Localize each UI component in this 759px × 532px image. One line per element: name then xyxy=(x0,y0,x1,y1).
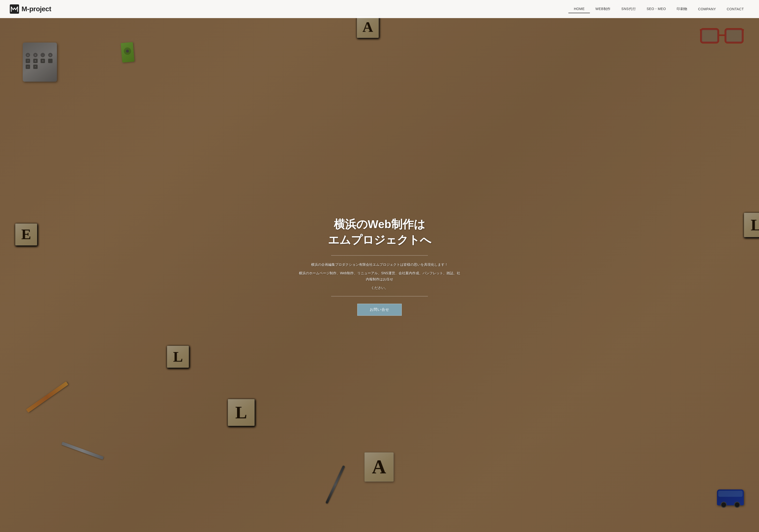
hero-title-line1: 横浜のWeb制作は xyxy=(334,218,425,230)
hero-title: 横浜のWeb制作は エムプロジェクトへ xyxy=(299,216,460,248)
nav-item-web[interactable]: WEB制作 xyxy=(590,5,616,13)
nav-link-web[interactable]: WEB制作 xyxy=(590,5,616,13)
hero-desc-line1: 横浜の企画編集プロダクション有限会社エムプロジェクトは皆様の思いを具現化します！ xyxy=(299,262,460,268)
logo-icon xyxy=(10,4,19,14)
nav-link-sns[interactable]: SNS代行 xyxy=(616,5,641,13)
nav-item-contact[interactable]: CONTACT xyxy=(721,5,749,13)
hero-desc-line2: 横浜のホームページ制作、Web制作、リニューアル、SNS運営、会社案内作成、パン… xyxy=(299,270,460,282)
nav-link-seo[interactable]: SEO・MEO xyxy=(641,5,671,13)
nav-link-print[interactable]: 印刷物 xyxy=(671,5,693,13)
navbar: M-project HOME WEB制作 SNS代行 SEO・MEO 印刷物 C… xyxy=(0,0,759,18)
nav-menu: HOME WEB制作 SNS代行 SEO・MEO 印刷物 COMPANY CON… xyxy=(568,5,749,13)
logo-link[interactable]: M-project xyxy=(10,4,51,14)
hero-divider-bottom xyxy=(331,296,428,296)
nav-item-sns[interactable]: SNS代行 xyxy=(616,5,641,13)
nav-item-seo[interactable]: SEO・MEO xyxy=(641,5,671,13)
nav-item-print[interactable]: 印刷物 xyxy=(671,5,693,13)
hero-title-line2: エムプロジェクトへ xyxy=(328,234,431,246)
hero-divider-top xyxy=(331,255,428,256)
nav-item-company[interactable]: COMPANY xyxy=(693,5,721,13)
hero-content: 横浜のWeb制作は エムプロジェクトへ 横浜の企画編集プロダクション有限会社エム… xyxy=(294,216,465,316)
nav-link-contact[interactable]: CONTACT xyxy=(721,5,749,13)
logo-text: M-project xyxy=(21,5,51,13)
hero-desc-line3: ください。 xyxy=(299,285,460,291)
nav-link-company[interactable]: COMPANY xyxy=(693,5,721,13)
nav-link-home[interactable]: HOME xyxy=(568,5,590,13)
nav-item-home[interactable]: HOME xyxy=(568,5,590,13)
hero-section: ÷ × - + 7 8 9 = + O N L xyxy=(0,0,759,532)
cta-button[interactable]: お問い合せ xyxy=(357,304,402,316)
